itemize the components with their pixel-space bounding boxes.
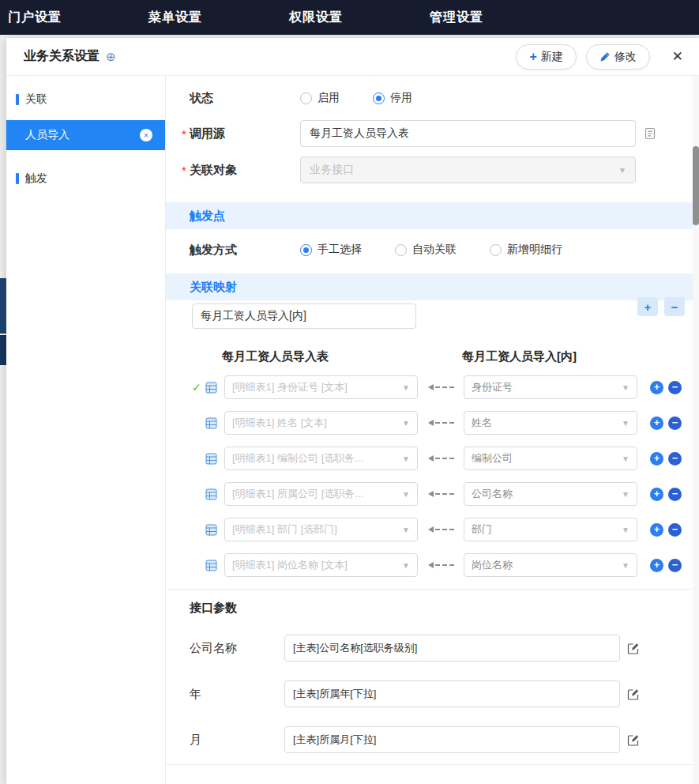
add-row-button[interactable]: + [650,416,663,430]
radio-manual-select[interactable]: 手工选择 [300,243,362,257]
pencil-icon [599,51,611,62]
dialog-title: 业务关系设置 [24,48,100,65]
link-icon[interactable]: ⊕ [106,50,116,64]
target-field-select-3[interactable]: 编制公司▼ [464,447,637,470]
year-input[interactable]: [主表]所属年[下拉] [284,680,620,707]
call-source-row: *调用源 每月工资人员导入表 [166,120,699,147]
remove-row-button[interactable]: − [668,452,682,466]
remove-row-button[interactable]: − [668,559,682,572]
mapping-target-value: 每月工资人员导入[内] [201,309,306,323]
tab-menu-settings[interactable]: 菜单设置 [148,9,202,26]
source-table-header: 每月工资人员导入表 [222,349,462,364]
tab-management-settings[interactable]: 管理设置 [430,9,483,26]
section-title: 触发点 [190,209,225,224]
radio-disable[interactable]: 停用 [373,91,412,105]
edit-icon[interactable] [626,642,640,655]
edit-icon[interactable] [626,733,640,747]
mapping-row-3: [明细表1] 编制公司 [选职务...▼ 编制公司▼ + − [166,447,699,470]
radio-label: 手工选择 [318,243,362,257]
dialog-body: 关联 人员导入 × 触发 状态 启用 停用 [6,76,699,784]
mapping-toolbar: 每月工资人员导入[内] + − [166,300,699,329]
remove-row-button[interactable]: − [668,416,682,430]
new-button[interactable]: + 新建 [516,44,576,70]
remove-row-button[interactable]: − [668,523,682,537]
modify-button-label: 修改 [614,50,637,64]
arrow-left-icon [418,491,464,497]
month-label: 月 [190,733,284,748]
target-field-select-6[interactable]: 岗位名称▼ [464,553,637,577]
company-name-input[interactable]: [主表]公司名称[选职务级别] [284,635,620,662]
arrow-left-icon [418,420,464,426]
add-mapping-group-button[interactable]: + [637,297,658,316]
form-picker-icon[interactable] [644,127,656,140]
sidebar-item-trigger[interactable]: 触发 [6,164,165,193]
modify-button[interactable]: 修改 [586,44,650,70]
edit-icon[interactable] [626,688,640,701]
sidebar-item-personnel-import[interactable]: 人员导入 × [6,120,165,150]
company-name-label: 公司名称 [190,641,284,656]
table-icon [205,382,217,394]
month-input[interactable]: [主表]所属月[下拉] [284,726,620,753]
source-field-select-2[interactable]: [明细表1] 姓名 [文本]▼ [224,411,418,435]
source-field-select-3[interactable]: [明细表1] 编制公司 [选职务...▼ [224,447,418,470]
remove-item-icon[interactable]: × [140,129,152,141]
target-field-select-5[interactable]: 部门▼ [464,518,637,541]
target-field-select-4[interactable]: 公司名称▼ [464,482,637,506]
source-field-select-6[interactable]: [明细表1] 岗位名称 [文本]▼ [224,553,418,577]
add-row-button[interactable]: + [650,452,663,466]
add-row-button[interactable]: + [650,488,663,501]
target-field-select-2[interactable]: 姓名▼ [464,411,637,435]
table-icon [205,488,217,500]
chevron-down-icon: ▼ [622,419,629,428]
source-field-select-4[interactable]: [明细表1] 所属公司 [选职务...▼ [224,482,418,506]
mapping-add-remove-buttons: + − [637,297,685,316]
source-field-select-5[interactable]: [明细表1] 部门 [选部门]▼ [224,518,418,541]
chevron-down-icon: ▼ [402,419,410,428]
plus-icon: + [529,51,536,63]
radio-enable[interactable]: 启用 [300,91,340,105]
related-object-select[interactable]: 业务接口 ▼ [300,156,636,183]
mapping-row-5: [明细表1] 部门 [选部门]▼ 部门▼ + − [166,518,699,541]
chevron-down-icon: ▼ [402,526,410,534]
arrow-left-icon [418,562,464,568]
radio-auto-relate[interactable]: 自动关联 [395,243,457,257]
header-actions: + 新建 修改 ✕ [516,44,683,70]
target-field-select-1[interactable]: 身份证号▼ [464,375,637,399]
background-fragment [0,278,6,334]
remove-row-button[interactable]: − [668,381,682,394]
tab-permission-settings[interactable]: 权限设置 [289,9,343,26]
radio-icon [395,244,407,256]
remove-row-button[interactable]: − [668,488,682,501]
chevron-down-icon: ▼ [622,526,629,534]
scrollbar-thumb[interactable] [693,146,699,225]
chevron-down-icon: ▼ [402,454,410,463]
relation-mapping-section: 关联映射 [166,273,699,300]
radio-label: 停用 [390,91,412,105]
check-icon: ✓ [192,381,205,394]
call-source-input[interactable]: 每月工资人员导入表 [300,120,636,147]
table-icon [205,417,217,429]
bottom-divider [166,764,699,765]
source-field-select-1[interactable]: [明细表1] 身份证号 [文本]▼ [224,375,418,399]
add-row-button[interactable]: + [650,381,663,394]
tab-portal-settings[interactable]: 门户设置 [8,9,62,26]
scrollbar-track[interactable] [693,76,699,784]
section-title: 关联映射 [190,280,237,295]
close-icon[interactable]: ✕ [672,48,683,65]
add-row-button[interactable]: + [650,523,663,537]
remove-mapping-group-button[interactable]: − [664,297,685,316]
sidebar-item-label: 触发 [25,172,47,186]
sidebar-item-relation[interactable]: 关联 [6,85,165,114]
status-row: 状态 启用 停用 [166,89,699,107]
target-table-header: 每月工资人员导入[内] [462,349,577,364]
param-row-month: 月 [主表]所属月[下拉] [166,726,699,753]
mapping-target-input[interactable]: 每月工资人员导入[内] [192,303,416,329]
related-object-label: *关联对象 [190,163,300,178]
chevron-down-icon: ▼ [622,561,629,570]
add-row-button[interactable]: + [650,559,663,572]
radio-add-detail-row[interactable]: 新增明细行 [490,243,562,257]
chevron-down-icon: ▼ [402,490,410,499]
mapping-row-6: [明细表1] 岗位名称 [文本]▼ 岗位名称▼ + − [166,553,699,577]
trigger-point-section: 触发点 [166,202,699,229]
param-row-year: 年 [主表]所属年[下拉] [166,680,699,707]
